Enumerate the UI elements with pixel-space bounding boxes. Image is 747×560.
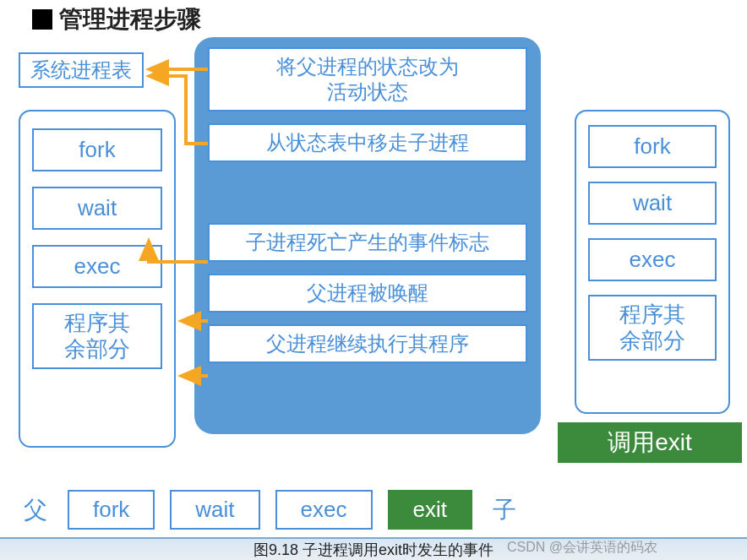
page-title: 管理进程步骤 <box>59 3 201 35</box>
bottom-row: 父 fork wait exec exit 子 <box>19 490 521 530</box>
bullet-icon <box>32 9 52 30</box>
right-exec: exec <box>588 238 717 281</box>
right-rest: 程序其 余部分 <box>588 295 717 361</box>
left-exec: exec <box>32 245 162 288</box>
event-remove-child: 从状态表中移走子进程 <box>208 123 527 162</box>
btn-exec: exec <box>275 490 373 530</box>
parent-process-panel: fork wait exec 程序其 余部分 <box>19 110 176 448</box>
btn-fork: fork <box>68 490 155 530</box>
watermark: CSDN @会讲英语的码农 <box>507 539 657 557</box>
child-label: 子 <box>488 494 521 526</box>
event-parent-continue: 父进程继续执行其程序 <box>208 324 527 363</box>
btn-exit: exit <box>388 490 472 530</box>
right-wait: wait <box>588 182 717 225</box>
parent-label: 父 <box>19 494 52 526</box>
system-process-table: 系统进程表 <box>19 52 144 88</box>
child-process-panel: fork wait exec 程序其 余部分 <box>575 110 730 414</box>
call-exit-label: 调用exit <box>558 422 742 463</box>
left-fork: fork <box>32 128 162 171</box>
event-parent-wakeup: 父进程被唤醒 <box>208 274 527 313</box>
left-wait: wait <box>32 187 162 230</box>
left-rest: 程序其 余部分 <box>32 303 162 369</box>
title-bar: 管理进程步骤 <box>32 3 201 35</box>
event-set-parent-active: 将父进程的状态改为 活动状态 <box>208 47 527 111</box>
event-child-death-flag: 子进程死亡产生的事件标志 <box>208 223 527 262</box>
right-fork: fork <box>588 125 717 168</box>
kernel-events-panel: 将父进程的状态改为 活动状态 从状态表中移走子进程 子进程死亡产生的事件标志 父… <box>194 37 541 434</box>
btn-wait: wait <box>170 490 259 530</box>
